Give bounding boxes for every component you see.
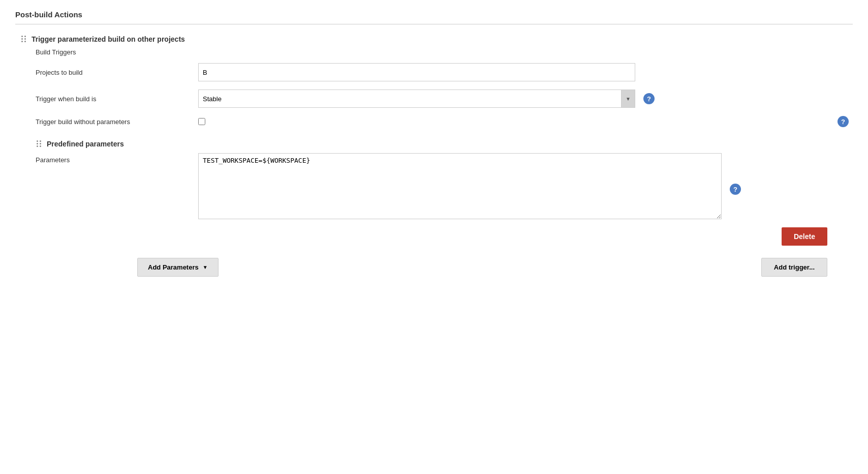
trigger-when-row: Trigger when build is Stable Unstable Fa… (36, 90, 853, 108)
predefined-section: Predefined parameters Parameters TEST_WO… (36, 139, 853, 219)
pre-drag-dot-6 (40, 145, 41, 147)
pre-drag-dot-4 (40, 143, 41, 144)
params-label: Parameters (36, 153, 198, 164)
projects-to-build-control (198, 63, 853, 81)
trigger-without-params-help-icon[interactable]: ? (838, 116, 849, 127)
pre-drag-dot-3 (37, 143, 38, 144)
trigger-block: Trigger parameterized build on other pro… (20, 35, 853, 277)
add-params-arrow-icon: ▼ (203, 264, 208, 270)
trigger-when-select[interactable]: Stable Unstable Failed Always (198, 90, 635, 108)
delete-button[interactable]: Delete (782, 227, 827, 246)
projects-to-build-input[interactable] (198, 63, 635, 81)
projects-to-build-label: Projects to build (36, 69, 198, 76)
params-control-wrapper: TEST_WORKSPACE=${WORKSPACE} ? (198, 153, 853, 219)
trigger-header-title: Trigger parameterized build on other pro… (32, 35, 185, 43)
bottom-actions: Add Parameters ▼ Add trigger... (137, 258, 853, 277)
drag-dot-1 (21, 36, 23, 37)
build-triggers-label: Build Triggers (36, 48, 853, 56)
params-row: Parameters TEST_WORKSPACE=${WORKSPACE} ? (36, 153, 853, 219)
add-params-label: Add Parameters (148, 263, 199, 271)
trigger-when-help-icon[interactable]: ? (643, 93, 655, 104)
pre-drag-dot-2 (40, 140, 41, 142)
add-trigger-button[interactable]: Add trigger... (761, 258, 827, 277)
drag-dot-6 (24, 41, 26, 42)
drag-dot-5 (21, 41, 23, 42)
params-help-icon[interactable]: ? (730, 184, 741, 195)
predefined-title: Predefined parameters (47, 140, 124, 148)
trigger-without-params-control: ? (198, 116, 853, 127)
predefined-drag-handle[interactable] (36, 139, 43, 148)
pre-drag-dot-5 (37, 145, 38, 147)
section-title: Post-build Actions (15, 10, 853, 24)
projects-to-build-row: Projects to build (36, 63, 853, 81)
drag-dot-2 (24, 36, 26, 37)
drag-dot-4 (24, 38, 26, 40)
drag-dot-3 (21, 38, 23, 40)
drag-handle[interactable] (20, 35, 27, 43)
trigger-without-params-checkbox[interactable] (198, 118, 205, 125)
delete-row: Delete (20, 227, 827, 246)
trigger-without-params-label: Trigger build without parameters (36, 118, 198, 126)
predefined-header: Predefined parameters (36, 139, 853, 148)
params-textarea[interactable]: TEST_WORKSPACE=${WORKSPACE} (198, 153, 722, 219)
trigger-without-params-row: Trigger build without parameters ? (36, 116, 853, 127)
trigger-when-label: Trigger when build is (36, 95, 198, 103)
page-container: Post-build Actions Trigger parameterized… (0, 0, 868, 287)
trigger-when-control: Stable Unstable Failed Always ? (198, 90, 853, 108)
trigger-header: Trigger parameterized build on other pro… (20, 35, 853, 43)
pre-drag-dot-1 (37, 140, 38, 142)
add-params-button[interactable]: Add Parameters ▼ (137, 258, 219, 277)
trigger-when-select-wrapper: Stable Unstable Failed Always (198, 90, 635, 108)
